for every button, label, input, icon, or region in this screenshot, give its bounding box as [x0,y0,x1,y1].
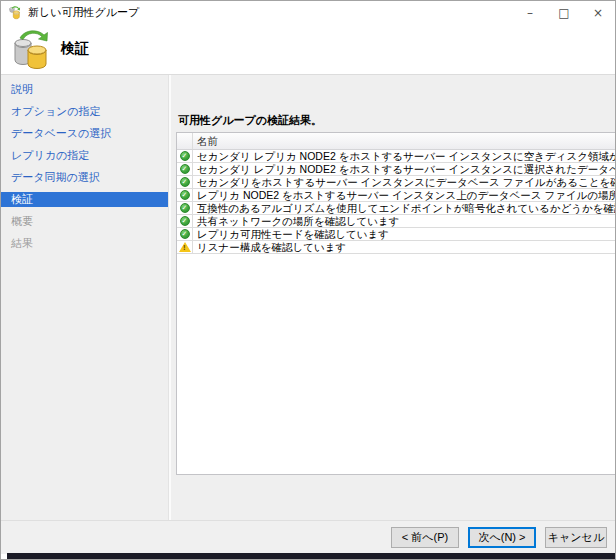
validation-row[interactable]: ✓セカンダリをホストするサーバー インスタンスにデータベース ファイルがあること… [177,176,616,189]
page-title: 検証 [61,40,89,58]
validation-step-name: 共有ネットワークの場所を確認しています [193,215,616,227]
window-title: 新しい可用性グループ [28,5,513,20]
success-icon: ✓ [177,189,193,201]
window-controls: – □ × [513,1,615,24]
sidebar-step-3[interactable]: データベースの選択 [1,126,168,141]
content-pane: ? ヘルプ 可用性グループの検証結果。 名前 結果 ✓セカンダリ レプリカ NO… [169,75,616,520]
validation-row[interactable]: ✓レプリカ NODE2 をホストするサーバー インスタンス上のデータベース ファ… [177,189,616,202]
body-area: 説明オプションの指定データベースの選択レプリカの指定データ同期の選択検証概要結果… [1,75,615,520]
validation-results-table: 名前 結果 ✓セカンダリ レプリカ NODE2 をホストするサーバー インスタン… [176,132,616,475]
validation-row[interactable]: ✓共有ネットワークの場所を確認しています成功 [177,215,616,228]
sidebar-step-5[interactable]: データ同期の選択 [1,170,168,185]
success-icon: ✓ [177,215,193,227]
sidebar-step-6[interactable]: 検証 [1,192,168,207]
maximize-button[interactable]: □ [547,1,581,24]
validation-step-name: セカンダリ レプリカ NODE2 をホストするサーバー インスタンスに選択された… [193,163,616,175]
success-icon: ✓ [177,202,193,214]
sidebar-step-7: 概要 [1,214,168,229]
validation-row[interactable]: ✓レプリカ可用性モードを確認しています成功 [177,228,616,241]
wizard-steps-sidebar: 説明オプションの指定データベースの選択レプリカの指定データ同期の選択検証概要結果 [1,75,169,520]
validation-step-name: レプリカ NODE2 をホストするサーバー インスタンス上のデータベース ファイ… [193,189,616,201]
sidebar-step-1[interactable]: 説明 [1,82,168,97]
wizard-header: 検証 [1,24,615,75]
window-bottom-edge [7,553,615,559]
rerun-row: 検証の再実行(R) [176,487,616,509]
help-row: ? ヘルプ [176,82,616,96]
minimize-button[interactable]: – [513,1,547,24]
section-title: 可用性グループの検証結果。 [178,113,616,128]
success-icon: ✓ [177,176,193,188]
validation-step-name: セカンダリ レプリカ NODE2 をホストするサーバー インスタンスに空きディス… [193,150,616,162]
sidebar-step-2[interactable]: オプションの指定 [1,104,168,119]
sidebar-step-8: 結果 [1,236,168,251]
titlebar: 新しい可用性グループ – □ × [1,1,615,24]
sidebar-step-4[interactable]: レプリカの指定 [1,148,168,163]
wizard-window: 新しい可用性グループ – □ × 検証 説明オプションの指定データベースの選択レ… [0,0,616,560]
validation-step-name: レプリカ可用性モードを確認しています [193,228,616,240]
validation-step-name: セカンダリをホストするサーバー インスタンスにデータベース ファイルがあることを… [193,176,616,188]
name-column-header[interactable]: 名前 [193,133,616,149]
replication-databases-icon [11,28,53,70]
footer-button-bar: < 前へ(P) 次へ(N) > キャンセル [1,520,615,554]
availability-group-icon [8,6,22,20]
success-icon: ✓ [177,228,193,240]
status-column-header [177,133,193,149]
next-button[interactable]: 次へ(N) > [468,527,536,548]
validation-row[interactable]: ✓互換性のあるアルゴリズムを使用してエンドポイントが暗号化されているかどうかを確… [177,202,616,215]
validation-step-name: 互換性のあるアルゴリズムを使用してエンドポイントが暗号化されているかどうかを確認… [193,202,616,214]
table-header-row: 名前 結果 [177,133,616,150]
warning-icon [177,241,193,253]
table-empty-area [177,254,616,474]
previous-button[interactable]: < 前へ(P) [391,527,459,548]
validation-row[interactable]: ✓セカンダリ レプリカ NODE2 をホストするサーバー インスタンスに選択され… [177,163,616,176]
success-icon: ✓ [177,163,193,175]
close-button[interactable]: × [581,1,615,24]
validation-row[interactable]: ✓セカンダリ レプリカ NODE2 をホストするサーバー インスタンスに空きディ… [177,150,616,163]
table-rows: ✓セカンダリ レプリカ NODE2 をホストするサーバー インスタンスに空きディ… [177,150,616,254]
success-icon: ✓ [177,150,193,162]
validation-step-name: リスナー構成を確認しています [193,241,616,253]
cancel-button[interactable]: キャンセル [545,527,607,548]
validation-row[interactable]: リスナー構成を確認しています警告 [177,241,616,254]
